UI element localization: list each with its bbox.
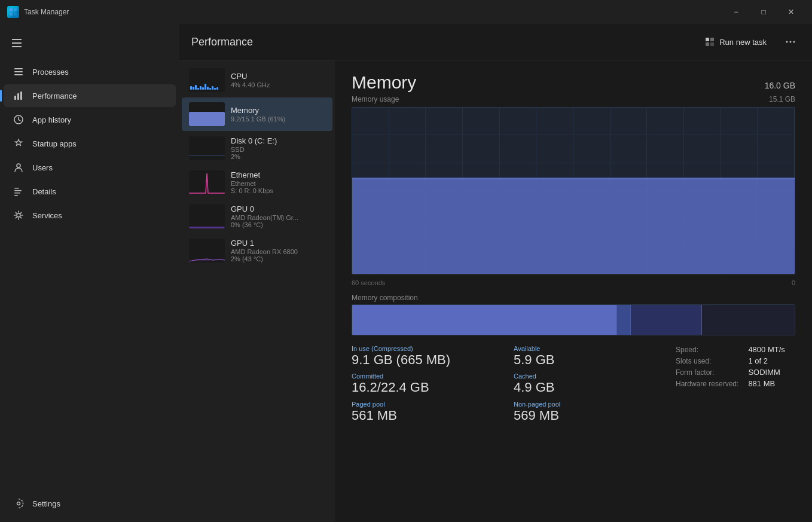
app-icon bbox=[7, 6, 19, 18]
resource-list: CPU 4% 4.40 GHz Memory 9.2/15.1 GB (61%) bbox=[179, 60, 335, 522]
grid-cell bbox=[721, 108, 758, 135]
minimize-button[interactable]: − bbox=[722, 0, 750, 24]
sidebar-item-performance[interactable]: Performance bbox=[4, 84, 176, 107]
page-title: Performance bbox=[191, 36, 253, 48]
grid-cell bbox=[500, 135, 537, 163]
sidebar-spacer bbox=[0, 227, 179, 492]
memory-fill bbox=[189, 112, 225, 126]
svg-rect-15 bbox=[14, 195, 18, 196]
grid-cell bbox=[426, 135, 463, 163]
stats-right: Speed: 4800 MT/s Slots used: 1 of 2 Form… bbox=[676, 345, 795, 423]
svg-rect-12 bbox=[14, 188, 19, 189]
speed-value: 4800 MT/s bbox=[748, 345, 795, 354]
usage-label: Memory usage bbox=[352, 95, 399, 103]
slots-value: 1 of 2 bbox=[748, 356, 795, 365]
gpu0-val: 0% (36 °C) bbox=[231, 221, 325, 228]
gpu1-val: 2% (43 °C) bbox=[231, 255, 325, 262]
svg-rect-20 bbox=[706, 42, 709, 46]
ethernet-thumbnail bbox=[189, 170, 225, 194]
resource-item-gpu0[interactable]: GPU 0 AMD Radeon(TM) Gr... 0% (36 °C) bbox=[182, 200, 332, 233]
sidebar-label-details: Details bbox=[32, 187, 56, 196]
resource-item-memory[interactable]: Memory 9.2/15.1 GB (61%) bbox=[182, 97, 332, 131]
sidebar-item-settings[interactable]: Settings bbox=[4, 492, 176, 515]
resource-item-cpu[interactable]: CPU 4% 4.40 GHz bbox=[182, 63, 332, 97]
grid-cell bbox=[352, 135, 389, 163]
close-button[interactable]: ✕ bbox=[777, 0, 805, 24]
svg-rect-4 bbox=[14, 68, 23, 69]
svg-rect-14 bbox=[14, 193, 20, 194]
grid-cell bbox=[352, 108, 389, 135]
startup-icon bbox=[13, 138, 24, 149]
sidebar-item-users[interactable]: Users bbox=[4, 156, 176, 179]
svg-point-24 bbox=[793, 41, 795, 43]
sidebar-item-apphistory[interactable]: App history bbox=[4, 108, 176, 131]
stat-in-use: In use (Compressed) 9.1 GB (665 MB) bbox=[352, 345, 499, 368]
ethernet-info: Ethernet Ethernet S: 0 R: 0 Kbps bbox=[231, 170, 325, 194]
resource-item-gpu1[interactable]: GPU 1 AMD Radeon RX 6800 2% (43 °C) bbox=[182, 234, 332, 267]
grid-cell bbox=[389, 135, 426, 163]
sidebar-item-processes[interactable]: Processes bbox=[4, 60, 176, 83]
sidebar-label-apphistory: App history bbox=[32, 115, 71, 124]
svg-point-17 bbox=[17, 502, 20, 505]
grid-cell bbox=[758, 108, 795, 135]
graph-labels: 60 seconds 0 bbox=[352, 279, 795, 286]
grid-cell bbox=[610, 108, 648, 135]
disk-sub: SSD bbox=[231, 146, 325, 153]
grid-cell bbox=[426, 108, 463, 135]
sidebar-item-startup[interactable]: Startup apps bbox=[4, 132, 176, 155]
svg-rect-18 bbox=[706, 38, 709, 41]
memory-thumbnail bbox=[189, 102, 225, 126]
svg-point-16 bbox=[17, 213, 20, 217]
cpu-sub: 4% 4.40 GHz bbox=[231, 81, 325, 88]
sidebar-item-services[interactable]: Services bbox=[4, 204, 176, 227]
sidebar-label-startup: Startup apps bbox=[32, 139, 77, 148]
apphistory-icon bbox=[13, 114, 24, 125]
sidebar-item-details[interactable]: Details bbox=[4, 180, 176, 203]
composition-label: Memory composition bbox=[352, 294, 795, 302]
titlebar: Task Manager − □ ✕ bbox=[0, 0, 812, 24]
hamburger-line2 bbox=[12, 42, 22, 44]
stat-available: Available 5.9 GB bbox=[514, 345, 661, 368]
gpu0-sub: AMD Radeon(TM) Gr... bbox=[231, 214, 325, 221]
services-icon bbox=[13, 210, 24, 221]
details-icon bbox=[13, 186, 24, 197]
disk-line bbox=[189, 155, 225, 155]
available-label: Available bbox=[514, 345, 661, 352]
hw-reserved-value: 881 MB bbox=[748, 379, 795, 388]
stat-cached: Cached 4.9 GB bbox=[514, 373, 661, 395]
disk-val: 2% bbox=[231, 153, 325, 160]
maximize-button[interactable]: □ bbox=[750, 0, 777, 24]
cpu-info: CPU 4% 4.40 GHz bbox=[231, 72, 325, 88]
hamburger-button[interactable] bbox=[5, 31, 29, 55]
paged-pool-value: 561 MB bbox=[352, 408, 499, 423]
stats-combined: In use (Compressed) 9.1 GB (665 MB) Avai… bbox=[352, 345, 795, 423]
graph-time-end: 0 bbox=[792, 279, 795, 286]
comp-free bbox=[702, 305, 795, 335]
committed-value: 16.2/22.4 GB bbox=[352, 380, 499, 395]
svg-rect-2 bbox=[10, 13, 13, 16]
run-new-task-button[interactable]: Run new task bbox=[698, 33, 774, 50]
comp-in-use bbox=[352, 305, 616, 335]
comp-modified bbox=[617, 305, 630, 335]
grid-cell bbox=[647, 108, 684, 135]
app-title: Task Manager bbox=[24, 8, 69, 16]
gpu1-info: GPU 1 AMD Radeon RX 6800 2% (43 °C) bbox=[231, 239, 325, 262]
form-factor-value: SODIMM bbox=[748, 368, 795, 377]
svg-rect-21 bbox=[710, 42, 714, 46]
grid-cell bbox=[389, 108, 426, 135]
composition-bar bbox=[352, 304, 795, 335]
gpu0-thumbnail bbox=[189, 204, 225, 228]
non-paged-pool-value: 569 MB bbox=[514, 408, 661, 423]
resource-item-disk[interactable]: Disk 0 (C: E:) SSD 2% bbox=[182, 132, 332, 165]
detail-title: Memory bbox=[352, 72, 416, 93]
in-use-label: In use (Compressed) bbox=[352, 345, 499, 352]
svg-rect-7 bbox=[14, 96, 16, 100]
gpu0-name: GPU 0 bbox=[231, 204, 325, 213]
committed-label: Committed bbox=[352, 373, 499, 380]
comp-standby bbox=[631, 305, 701, 335]
non-paged-pool-label: Non-paged pool bbox=[514, 401, 661, 408]
gpu0-fill bbox=[189, 227, 225, 228]
resource-item-ethernet[interactable]: Ethernet Ethernet S: 0 R: 0 Kbps bbox=[182, 166, 332, 199]
svg-point-22 bbox=[786, 41, 788, 43]
more-options-button[interactable] bbox=[781, 32, 800, 51]
